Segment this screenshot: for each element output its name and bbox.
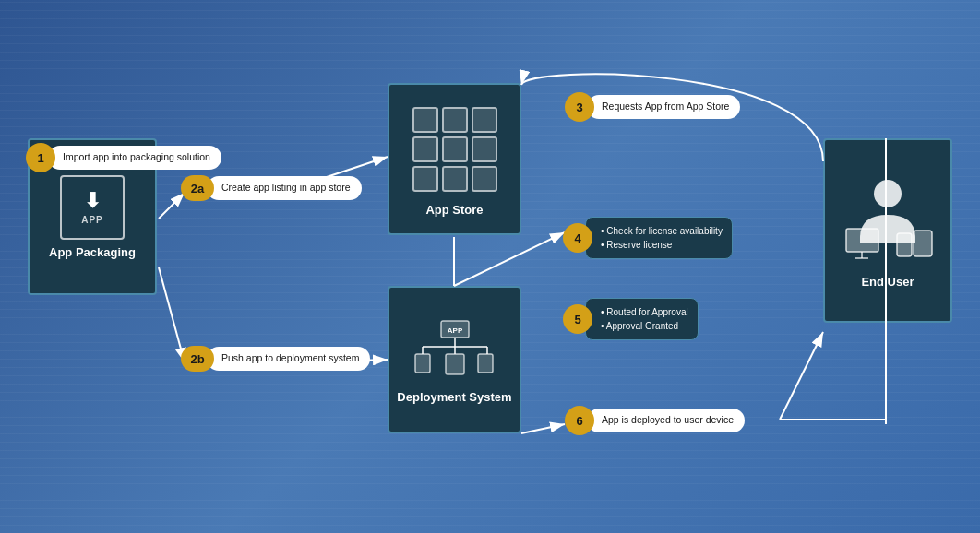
step-4-bullet-2: Reserve license <box>601 238 723 252</box>
step-1-label: Import app into packaging solution <box>48 146 221 170</box>
step-5-label: Routed for Approval Approval Granted <box>585 298 699 340</box>
svg-rect-26 <box>897 233 912 256</box>
svg-rect-23 <box>846 229 878 252</box>
step-6-label: App is deployed to user device <box>587 409 745 432</box>
step-2a: 2a Create app listing in app store <box>181 175 362 201</box>
step-5: 5 Routed for Approval Approval Granted <box>563 298 699 340</box>
network-icon: APP <box>410 315 500 385</box>
end-user-label: End User <box>861 275 914 289</box>
step-3: 3 Requests App from App Store <box>565 92 740 122</box>
svg-line-7 <box>454 232 565 286</box>
svg-line-8 <box>521 424 565 433</box>
step-1-badge: 1 <box>26 143 55 172</box>
deployment-label: Deployment System <box>397 390 511 404</box>
step-4: 4 Check for license availability Reserve… <box>563 217 733 259</box>
step-6-badge: 6 <box>565 406 594 435</box>
package-icon: ⬇ APP <box>60 175 125 240</box>
svg-rect-17 <box>415 354 430 373</box>
step-5-bullet-2: Approval Granted <box>601 319 688 333</box>
step-3-label: Requests App from App Store <box>587 95 740 119</box>
step-1: 1 Import app into packaging solution <box>26 143 221 172</box>
app-packaging-label: App Packaging <box>49 245 136 259</box>
app-store-box: App Store <box>388 83 521 235</box>
step-5-badge: 5 <box>563 304 592 334</box>
step-2b-label: Push app to deployment system <box>207 347 370 371</box>
step-4-label: Check for license availability Reserve l… <box>585 217 733 259</box>
step-4-badge: 4 <box>563 223 592 253</box>
user-devices-icon <box>842 173 934 269</box>
svg-point-22 <box>874 180 902 207</box>
step-2a-badge: 2a <box>181 175 214 201</box>
deployment-box: APP Deployment System <box>388 286 521 433</box>
step-4-bullet-1: Check for license availability <box>601 224 723 238</box>
step-2b: 2b Push app to deployment system <box>181 346 370 372</box>
step-3-badge: 3 <box>565 92 594 122</box>
step-2b-badge: 2b <box>181 346 214 372</box>
end-user-box: End User <box>823 138 952 323</box>
svg-text:APP: APP <box>447 326 462 335</box>
step-6: 6 App is deployed to user device <box>565 406 745 435</box>
svg-line-9 <box>780 332 823 420</box>
grid-icon <box>407 101 503 197</box>
app-store-label: App Store <box>425 203 483 217</box>
svg-rect-21 <box>478 354 493 373</box>
svg-rect-27 <box>914 231 932 256</box>
step-5-bullet-1: Routed for Approval <box>601 305 688 319</box>
step-2a-label: Create app listing in app store <box>207 176 362 200</box>
svg-rect-19 <box>446 354 464 374</box>
